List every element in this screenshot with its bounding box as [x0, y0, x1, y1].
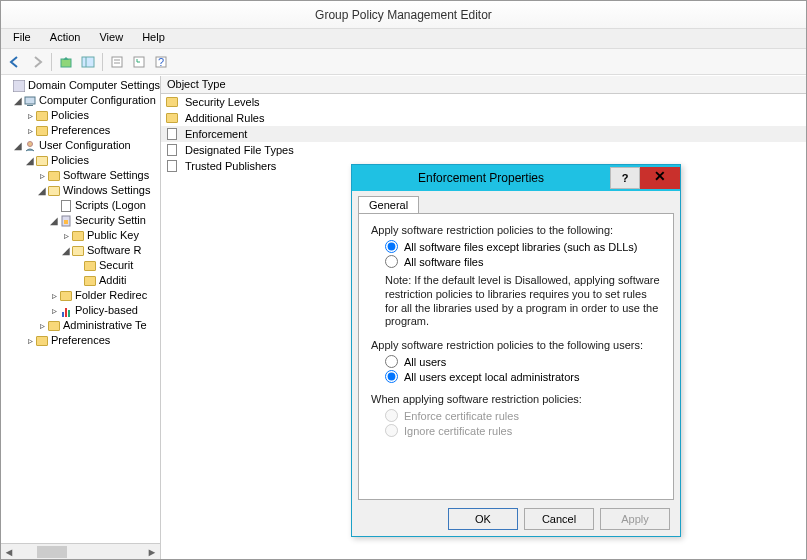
tree-folder-redirection[interactable]: ▹Folder Redirec	[3, 288, 160, 303]
list-item[interactable]: Designated File Types	[161, 142, 806, 158]
tree-comp-policies[interactable]: ▹Policies	[3, 108, 160, 123]
radio-label: Enforce certificate rules	[404, 410, 519, 422]
radio-input[interactable]	[385, 255, 398, 268]
dialog-help-button[interactable]: ?	[610, 167, 640, 189]
toolbar-separator	[51, 53, 52, 71]
tab-general[interactable]: General	[358, 196, 419, 213]
radio-all-users[interactable]: All users	[385, 355, 661, 368]
tree: Domain Computer Settings ◢Computer Confi…	[1, 76, 160, 348]
tree-security-levels[interactable]: Securit	[3, 258, 160, 273]
list-item-label: Enforcement	[185, 128, 247, 140]
radio-ignore-cert: Ignore certificate rules	[385, 424, 661, 437]
tree-scripts[interactable]: Scripts (Logon	[3, 198, 160, 213]
tree-software-settings[interactable]: ▹Software Settings	[3, 168, 160, 183]
tree-pane[interactable]: Domain Computer Settings ◢Computer Confi…	[1, 76, 161, 559]
folder-icon	[47, 169, 61, 183]
dialog-close-button[interactable]: ✕	[640, 167, 680, 189]
folder-icon	[165, 95, 179, 109]
window-title: Group Policy Management Editor	[1, 1, 806, 29]
radio-label: All software files except libraries (suc…	[404, 241, 638, 253]
tree-label: Additi	[99, 273, 127, 288]
svg-point-12	[28, 141, 33, 146]
tree-label: Folder Redirec	[75, 288, 147, 303]
svg-rect-9	[13, 80, 25, 92]
list-item[interactable]: Additional Rules	[161, 110, 806, 126]
radio-input[interactable]	[385, 240, 398, 253]
radio-all-except-libraries[interactable]: All software files except libraries (suc…	[385, 240, 661, 253]
ok-button[interactable]: OK	[448, 508, 518, 530]
tree-public-key[interactable]: ▹Public Key	[3, 228, 160, 243]
menu-action[interactable]: Action	[42, 29, 89, 45]
list-header-object-type[interactable]: Object Type	[161, 76, 806, 94]
up-button[interactable]	[56, 52, 76, 72]
scroll-right-icon[interactable]: ►	[144, 546, 160, 558]
tree-label: Policies	[51, 153, 89, 168]
security-icon	[59, 214, 73, 228]
user-icon	[23, 139, 37, 153]
radio-label: All users	[404, 356, 446, 368]
help-button[interactable]: ?	[151, 52, 171, 72]
menu-view[interactable]: View	[91, 29, 131, 45]
menubar: File Action View Help	[1, 29, 806, 49]
toolbar: ?	[1, 49, 806, 75]
menu-help[interactable]: Help	[134, 29, 173, 45]
computer-icon	[23, 94, 37, 108]
tree-label: Preferences	[51, 123, 110, 138]
radio-input	[385, 424, 398, 437]
tree-software-restriction[interactable]: ◢Software R	[3, 243, 160, 258]
tree-user-configuration[interactable]: ◢User Configuration	[3, 138, 160, 153]
radio-all-users-except-admins[interactable]: All users except local administrators	[385, 370, 661, 383]
enforcement-properties-dialog: Enforcement Properties ? ✕ General Apply…	[351, 164, 681, 537]
svg-rect-14	[64, 220, 68, 224]
tree-label: Policies	[51, 108, 89, 123]
tree-user-policies[interactable]: ◢Policies	[3, 153, 160, 168]
section-cert-label: When applying software restriction polic…	[371, 393, 661, 405]
tree-computer-configuration[interactable]: ◢Computer Configuration	[3, 93, 160, 108]
tree-policy-based[interactable]: ▹Policy-based	[3, 303, 160, 318]
tree-admin-templates[interactable]: ▹Administrative Te	[3, 318, 160, 333]
radio-all-software-files[interactable]: All software files	[385, 255, 661, 268]
document-icon	[165, 159, 179, 173]
tab-page-general: Apply software restriction policies to t…	[358, 213, 674, 500]
list-item-label: Security Levels	[185, 96, 260, 108]
chart-icon	[59, 304, 73, 318]
show-hide-tree-button[interactable]	[78, 52, 98, 72]
folder-icon	[83, 274, 97, 288]
section-users-label: Apply software restriction policies to t…	[371, 339, 661, 351]
tree-additional-rules[interactable]: Additi	[3, 273, 160, 288]
list-item[interactable]: Security Levels	[161, 94, 806, 110]
tree-label: Software R	[87, 243, 141, 258]
list-item-label: Trusted Publishers	[185, 160, 276, 172]
folder-icon	[35, 334, 49, 348]
radio-input[interactable]	[385, 355, 398, 368]
dialog-title: Enforcement Properties	[352, 171, 610, 185]
scroll-thumb[interactable]	[37, 546, 67, 558]
list-item-label: Designated File Types	[185, 144, 294, 156]
note-text: Note: If the default level is Disallowed…	[385, 274, 661, 329]
dialog-titlebar[interactable]: Enforcement Properties ? ✕	[352, 165, 680, 191]
folder-open-icon	[35, 154, 49, 168]
document-icon	[165, 143, 179, 157]
tree-label: Public Key	[87, 228, 139, 243]
back-button[interactable]	[5, 52, 25, 72]
svg-rect-1	[82, 57, 94, 67]
scroll-left-icon[interactable]: ◄	[1, 546, 17, 558]
properties-button[interactable]	[107, 52, 127, 72]
menu-file[interactable]: File	[5, 29, 39, 45]
radio-label: All software files	[404, 256, 483, 268]
tree-comp-preferences[interactable]: ▹Preferences	[3, 123, 160, 138]
radio-input[interactable]	[385, 370, 398, 383]
list-item[interactable]: Enforcement	[161, 126, 806, 142]
forward-button[interactable]	[27, 52, 47, 72]
refresh-button[interactable]	[129, 52, 149, 72]
tree-hscrollbar[interactable]: ◄ ►	[1, 543, 160, 559]
tree-security-settings[interactable]: ◢Security Settin	[3, 213, 160, 228]
tree-root[interactable]: Domain Computer Settings	[3, 78, 160, 93]
tree-label: Preferences	[51, 333, 110, 348]
tree-windows-settings[interactable]: ◢Windows Settings	[3, 183, 160, 198]
tree-user-preferences[interactable]: ▹Preferences	[3, 333, 160, 348]
folder-open-icon	[47, 184, 61, 198]
cancel-button[interactable]: Cancel	[524, 508, 594, 530]
tree-label: Scripts (Logon	[75, 198, 146, 213]
folder-icon	[35, 124, 49, 138]
